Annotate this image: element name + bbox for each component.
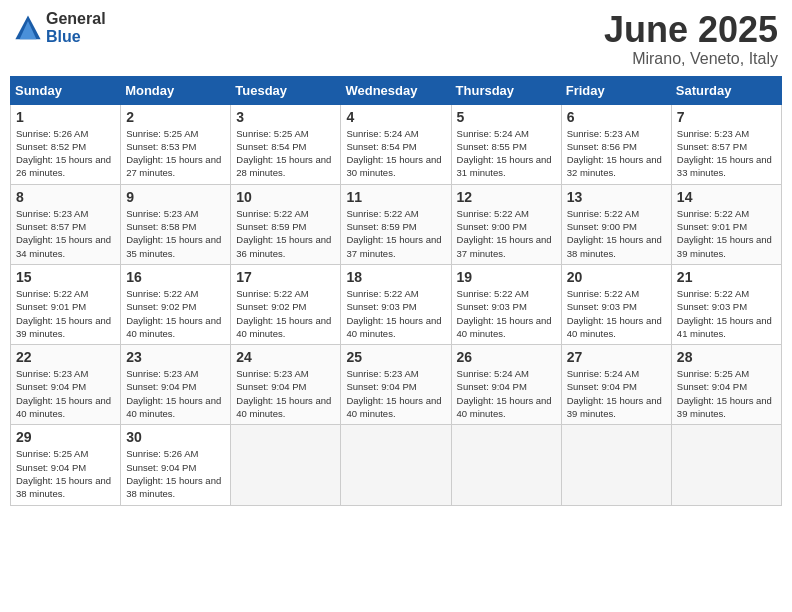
day-number: 2 (126, 109, 225, 125)
week-row-3: 15 Sunrise: 5:22 AMSunset: 9:01 PMDaylig… (11, 264, 782, 344)
calendar-cell: 5 Sunrise: 5:24 AMSunset: 8:55 PMDayligh… (451, 104, 561, 184)
day-detail: Sunrise: 5:26 AMSunset: 9:04 PMDaylight:… (126, 448, 221, 499)
calendar-cell: 22 Sunrise: 5:23 AMSunset: 9:04 PMDaylig… (11, 345, 121, 425)
week-row-5: 29 Sunrise: 5:25 AMSunset: 9:04 PMDaylig… (11, 425, 782, 505)
day-number: 11 (346, 189, 445, 205)
calendar-cell: 27 Sunrise: 5:24 AMSunset: 9:04 PMDaylig… (561, 345, 671, 425)
day-number: 20 (567, 269, 666, 285)
day-number: 1 (16, 109, 115, 125)
logo-icon (14, 14, 42, 42)
calendar-cell: 15 Sunrise: 5:22 AMSunset: 9:01 PMDaylig… (11, 264, 121, 344)
day-number: 18 (346, 269, 445, 285)
day-detail: Sunrise: 5:22 AMSunset: 9:01 PMDaylight:… (16, 288, 111, 339)
calendar-cell: 4 Sunrise: 5:24 AMSunset: 8:54 PMDayligh… (341, 104, 451, 184)
calendar-cell: 8 Sunrise: 5:23 AMSunset: 8:57 PMDayligh… (11, 184, 121, 264)
day-number: 15 (16, 269, 115, 285)
week-row-2: 8 Sunrise: 5:23 AMSunset: 8:57 PMDayligh… (11, 184, 782, 264)
day-detail: Sunrise: 5:26 AMSunset: 8:52 PMDaylight:… (16, 128, 111, 179)
day-number: 7 (677, 109, 776, 125)
day-number: 3 (236, 109, 335, 125)
day-detail: Sunrise: 5:22 AMSunset: 8:59 PMDaylight:… (346, 208, 441, 259)
calendar-cell (231, 425, 341, 505)
day-detail: Sunrise: 5:23 AMSunset: 8:58 PMDaylight:… (126, 208, 221, 259)
calendar-cell: 2 Sunrise: 5:25 AMSunset: 8:53 PMDayligh… (121, 104, 231, 184)
weekday-header-friday: Friday (561, 76, 671, 104)
logo: General Blue (14, 10, 106, 45)
header-row: SundayMondayTuesdayWednesdayThursdayFrid… (11, 76, 782, 104)
day-number: 29 (16, 429, 115, 445)
day-number: 10 (236, 189, 335, 205)
day-number: 30 (126, 429, 225, 445)
weekday-header-tuesday: Tuesday (231, 76, 341, 104)
day-detail: Sunrise: 5:25 AMSunset: 8:54 PMDaylight:… (236, 128, 331, 179)
day-number: 4 (346, 109, 445, 125)
week-row-4: 22 Sunrise: 5:23 AMSunset: 9:04 PMDaylig… (11, 345, 782, 425)
day-number: 16 (126, 269, 225, 285)
calendar-subtitle: Mirano, Veneto, Italy (604, 50, 778, 68)
day-number: 13 (567, 189, 666, 205)
calendar-cell: 29 Sunrise: 5:25 AMSunset: 9:04 PMDaylig… (11, 425, 121, 505)
calendar-cell (341, 425, 451, 505)
day-detail: Sunrise: 5:23 AMSunset: 8:57 PMDaylight:… (16, 208, 111, 259)
calendar-cell (671, 425, 781, 505)
calendar-cell: 6 Sunrise: 5:23 AMSunset: 8:56 PMDayligh… (561, 104, 671, 184)
day-number: 28 (677, 349, 776, 365)
day-detail: Sunrise: 5:22 AMSunset: 9:02 PMDaylight:… (126, 288, 221, 339)
day-detail: Sunrise: 5:22 AMSunset: 9:03 PMDaylight:… (346, 288, 441, 339)
weekday-header-saturday: Saturday (671, 76, 781, 104)
calendar-cell: 7 Sunrise: 5:23 AMSunset: 8:57 PMDayligh… (671, 104, 781, 184)
calendar-cell: 10 Sunrise: 5:22 AMSunset: 8:59 PMDaylig… (231, 184, 341, 264)
day-detail: Sunrise: 5:22 AMSunset: 9:03 PMDaylight:… (457, 288, 552, 339)
calendar-cell: 19 Sunrise: 5:22 AMSunset: 9:03 PMDaylig… (451, 264, 561, 344)
day-number: 8 (16, 189, 115, 205)
day-detail: Sunrise: 5:23 AMSunset: 9:04 PMDaylight:… (346, 368, 441, 419)
day-detail: Sunrise: 5:23 AMSunset: 9:04 PMDaylight:… (236, 368, 331, 419)
weekday-header-sunday: Sunday (11, 76, 121, 104)
calendar-table: SundayMondayTuesdayWednesdayThursdayFrid… (10, 76, 782, 506)
calendar-cell: 21 Sunrise: 5:22 AMSunset: 9:03 PMDaylig… (671, 264, 781, 344)
calendar-cell: 13 Sunrise: 5:22 AMSunset: 9:00 PMDaylig… (561, 184, 671, 264)
day-detail: Sunrise: 5:25 AMSunset: 8:53 PMDaylight:… (126, 128, 221, 179)
week-row-1: 1 Sunrise: 5:26 AMSunset: 8:52 PMDayligh… (11, 104, 782, 184)
calendar-cell: 28 Sunrise: 5:25 AMSunset: 9:04 PMDaylig… (671, 345, 781, 425)
calendar-cell: 30 Sunrise: 5:26 AMSunset: 9:04 PMDaylig… (121, 425, 231, 505)
calendar-cell: 12 Sunrise: 5:22 AMSunset: 9:00 PMDaylig… (451, 184, 561, 264)
day-detail: Sunrise: 5:24 AMSunset: 8:54 PMDaylight:… (346, 128, 441, 179)
day-number: 9 (126, 189, 225, 205)
calendar-cell: 17 Sunrise: 5:22 AMSunset: 9:02 PMDaylig… (231, 264, 341, 344)
day-number: 26 (457, 349, 556, 365)
day-detail: Sunrise: 5:22 AMSunset: 9:00 PMDaylight:… (457, 208, 552, 259)
day-number: 17 (236, 269, 335, 285)
weekday-header-monday: Monday (121, 76, 231, 104)
day-number: 21 (677, 269, 776, 285)
day-detail: Sunrise: 5:24 AMSunset: 9:04 PMDaylight:… (457, 368, 552, 419)
header: General Blue June 2025 Mirano, Veneto, I… (10, 10, 782, 68)
day-detail: Sunrise: 5:24 AMSunset: 9:04 PMDaylight:… (567, 368, 662, 419)
day-detail: Sunrise: 5:23 AMSunset: 9:04 PMDaylight:… (16, 368, 111, 419)
calendar-cell: 11 Sunrise: 5:22 AMSunset: 8:59 PMDaylig… (341, 184, 451, 264)
day-detail: Sunrise: 5:22 AMSunset: 8:59 PMDaylight:… (236, 208, 331, 259)
calendar-cell: 1 Sunrise: 5:26 AMSunset: 8:52 PMDayligh… (11, 104, 121, 184)
day-detail: Sunrise: 5:23 AMSunset: 8:57 PMDaylight:… (677, 128, 772, 179)
day-detail: Sunrise: 5:23 AMSunset: 8:56 PMDaylight:… (567, 128, 662, 179)
title-area: June 2025 Mirano, Veneto, Italy (604, 10, 778, 68)
day-number: 27 (567, 349, 666, 365)
day-detail: Sunrise: 5:25 AMSunset: 9:04 PMDaylight:… (677, 368, 772, 419)
logo-general: General (46, 10, 106, 27)
calendar-title: June 2025 (604, 10, 778, 50)
calendar-cell (451, 425, 561, 505)
day-detail: Sunrise: 5:25 AMSunset: 9:04 PMDaylight:… (16, 448, 111, 499)
day-detail: Sunrise: 5:22 AMSunset: 9:03 PMDaylight:… (677, 288, 772, 339)
day-number: 12 (457, 189, 556, 205)
logo-blue: Blue (46, 28, 81, 45)
day-detail: Sunrise: 5:22 AMSunset: 9:01 PMDaylight:… (677, 208, 772, 259)
calendar-cell: 26 Sunrise: 5:24 AMSunset: 9:04 PMDaylig… (451, 345, 561, 425)
day-number: 14 (677, 189, 776, 205)
day-detail: Sunrise: 5:22 AMSunset: 9:02 PMDaylight:… (236, 288, 331, 339)
day-number: 5 (457, 109, 556, 125)
weekday-header-thursday: Thursday (451, 76, 561, 104)
calendar-cell: 9 Sunrise: 5:23 AMSunset: 8:58 PMDayligh… (121, 184, 231, 264)
day-detail: Sunrise: 5:22 AMSunset: 9:00 PMDaylight:… (567, 208, 662, 259)
day-detail: Sunrise: 5:23 AMSunset: 9:04 PMDaylight:… (126, 368, 221, 419)
day-number: 19 (457, 269, 556, 285)
